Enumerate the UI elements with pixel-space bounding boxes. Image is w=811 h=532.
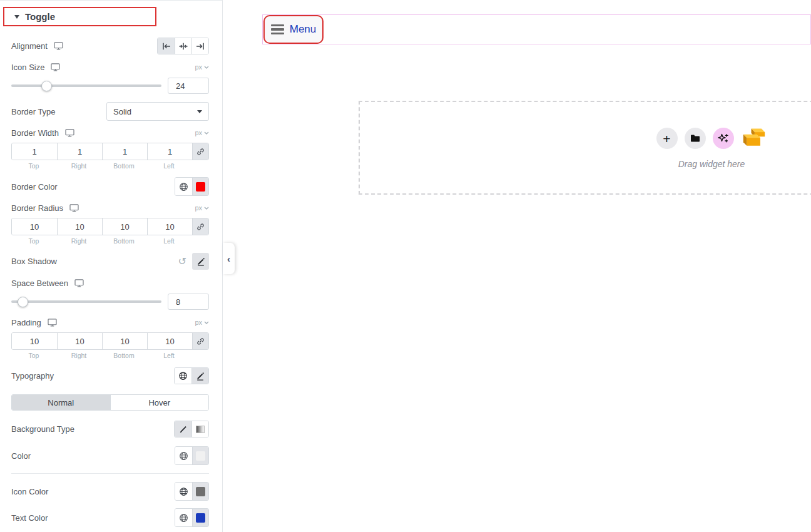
icon-size-label: Icon Size	[11, 63, 44, 72]
border-width-bottom-input[interactable]	[102, 143, 147, 160]
hamburger-icon	[271, 24, 284, 35]
dim-left-label: Left	[146, 237, 191, 245]
tab-normal[interactable]: Normal	[12, 395, 110, 410]
border-radius-right-input[interactable]	[57, 218, 102, 235]
border-width-unit-selector[interactable]: px	[195, 129, 209, 136]
icon-size-row: Icon Size px	[11, 61, 209, 73]
border-width-top-input[interactable]	[12, 143, 57, 160]
desktop-icon[interactable]	[48, 319, 57, 327]
pencil-icon	[196, 257, 205, 266]
space-between-label: Space Between	[11, 279, 68, 288]
border-color-picker[interactable]	[192, 178, 208, 195]
dim-bottom-label: Bottom	[101, 352, 146, 359]
slider-handle[interactable]	[18, 297, 28, 307]
dim-top-label: Top	[11, 352, 56, 359]
global-typography-icon[interactable]	[175, 368, 191, 384]
background-color-swatch	[196, 451, 205, 461]
border-radius-left-input[interactable]	[147, 218, 192, 235]
background-type-label: Background Type	[11, 424, 74, 434]
desktop-icon[interactable]	[54, 42, 63, 50]
padding-inputs-row	[11, 332, 209, 350]
editor-section-outline[interactable]: Menu	[262, 14, 811, 44]
background-classic-button[interactable]	[175, 421, 191, 437]
border-type-select[interactable]: Solid	[106, 102, 209, 121]
space-between-slider[interactable]	[11, 294, 161, 310]
typography-edit-button[interactable]	[191, 368, 208, 384]
dim-right-label: Right	[56, 352, 101, 359]
icon-size-unit-selector[interactable]: px	[195, 63, 209, 71]
add-widget-button[interactable]: +	[656, 128, 678, 149]
background-type-row: Background Type	[11, 421, 209, 437]
section-caret-icon	[14, 15, 19, 19]
align-center-button[interactable]	[175, 38, 191, 54]
border-width-left-input[interactable]	[147, 143, 192, 160]
padding-bottom-input[interactable]	[102, 333, 147, 349]
global-color-icon[interactable]	[175, 447, 192, 464]
template-library-button[interactable]	[685, 128, 706, 149]
link-values-icon[interactable]	[192, 218, 208, 235]
section-header-toggle[interactable]: Toggle	[3, 7, 156, 26]
link-values-icon[interactable]	[192, 143, 208, 160]
text-color-picker[interactable]	[192, 509, 208, 526]
desktop-icon[interactable]	[65, 129, 74, 137]
tab-hover[interactable]: Hover	[110, 395, 209, 410]
chevron-down-icon	[197, 110, 202, 113]
border-width-right-input[interactable]	[57, 143, 102, 160]
desktop-icon[interactable]	[69, 204, 79, 212]
chevron-down-icon	[204, 131, 209, 135]
section-title: Toggle	[25, 11, 55, 22]
background-color-picker[interactable]	[192, 447, 208, 464]
global-color-icon[interactable]	[175, 509, 192, 526]
slider-track[interactable]	[11, 84, 161, 87]
widget-dropzone[interactable]: + Drag widget here	[359, 101, 811, 195]
plus-icon: +	[663, 132, 670, 145]
padding-row: Padding px	[11, 316, 209, 329]
box-shadow-edit-button[interactable]	[192, 253, 209, 270]
background-color-row: Color	[11, 446, 209, 465]
desktop-icon[interactable]	[51, 63, 60, 71]
padding-unit-selector[interactable]: px	[195, 319, 209, 326]
alignment-label: Alignment	[11, 41, 48, 51]
global-color-icon[interactable]	[175, 483, 192, 500]
dim-bottom-label: Bottom	[101, 162, 146, 170]
icon-color-picker[interactable]	[192, 483, 208, 500]
padding-left-input[interactable]	[147, 333, 192, 349]
space-between-input[interactable]	[168, 294, 209, 310]
link-values-icon[interactable]	[192, 333, 208, 349]
dropzone-caption: Drag widget here	[678, 159, 745, 169]
background-color-label: Color	[11, 451, 31, 461]
panel-collapse-button[interactable]: ‹	[223, 243, 235, 274]
kit-library-icon[interactable]	[741, 126, 767, 150]
menu-toggle-widget[interactable]: Menu	[263, 15, 324, 44]
desktop-icon[interactable]	[74, 279, 84, 287]
border-radius-unit-selector[interactable]: px	[195, 204, 209, 212]
unit-label: px	[195, 63, 202, 71]
padding-top-input[interactable]	[12, 333, 57, 349]
border-radius-label: Border Radius	[11, 203, 63, 213]
slider-handle[interactable]	[41, 81, 52, 91]
menu-widget-label: Menu	[290, 23, 317, 36]
border-radius-top-input[interactable]	[12, 218, 57, 235]
icon-size-slider[interactable]	[11, 78, 161, 94]
align-left-button[interactable]	[158, 38, 175, 54]
icon-color-label: Icon Color	[11, 487, 48, 496]
align-right-button[interactable]	[191, 38, 208, 54]
padding-right-input[interactable]	[57, 333, 102, 349]
space-between-row: Space Between	[11, 277, 209, 289]
dim-top-label: Top	[11, 237, 56, 245]
ai-builder-button[interactable]	[713, 128, 734, 149]
border-color-label: Border Color	[11, 182, 58, 192]
border-radius-bottom-input[interactable]	[102, 218, 147, 235]
border-type-row: Border Type Solid	[11, 102, 209, 121]
space-between-slider-row	[11, 294, 209, 310]
icon-color-swatch	[196, 487, 205, 496]
slider-track[interactable]	[11, 300, 161, 303]
border-radius-row: Border Radius px	[11, 202, 209, 214]
icon-size-input[interactable]	[168, 78, 209, 94]
background-gradient-button[interactable]	[191, 421, 208, 437]
border-color-swatch	[196, 182, 205, 192]
reset-icon[interactable]: ↺	[178, 257, 186, 267]
text-color-swatch	[196, 513, 205, 523]
typography-label: Typography	[11, 371, 54, 381]
global-color-icon[interactable]	[175, 178, 192, 195]
